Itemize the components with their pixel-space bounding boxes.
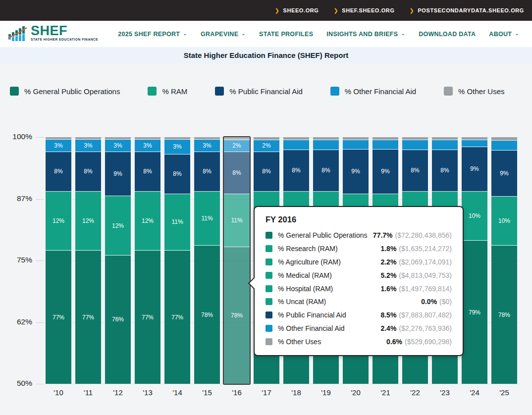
segment-ram: 12% xyxy=(46,192,71,251)
segment-ram: 11% xyxy=(164,194,190,251)
tooltip-row: % Research (RAM)1.8%($1,635,214,272) xyxy=(266,242,452,256)
site-header: SHEF STATE HIGHER EDUCATION FINANCE 2025… xyxy=(0,21,532,47)
segment-pfa: 9% xyxy=(491,151,517,197)
chevron-down-icon: ⌄ xyxy=(241,31,246,36)
bar-fy10[interactable]: 3%8%12%77% xyxy=(46,137,71,384)
segment-ofa: 3% xyxy=(46,140,71,152)
segment-pfa: 8% xyxy=(75,152,101,192)
legend-item--general-public-operations[interactable]: % General Public Operations xyxy=(10,87,120,96)
x-axis-label: '22 xyxy=(402,388,428,397)
segment-gpo: 77% xyxy=(46,251,71,384)
y-axis-tick xyxy=(36,137,44,138)
y-axis-tick xyxy=(36,384,44,384)
legend-swatch xyxy=(444,87,453,96)
page-title: State Higher Education Finance (SHEF) Re… xyxy=(184,51,349,59)
y-axis-label: 87% xyxy=(7,194,32,203)
y-axis-tick xyxy=(36,260,44,261)
bar-fy24[interactable]: 9%10%79% xyxy=(462,137,487,384)
tooltip-row: % Other Financial Aid2.4%($2,276,763,936… xyxy=(266,322,452,335)
bar-fy11[interactable]: 3%8%12%77% xyxy=(75,137,101,384)
legend-swatch xyxy=(148,87,157,96)
segment-ram: 12% xyxy=(105,196,131,256)
x-axis-label: '20 xyxy=(343,388,369,397)
nav-item-about[interactable]: ABOUT⌄ xyxy=(489,31,519,38)
x-axis-label: '11 xyxy=(75,388,101,397)
x-axis-label: '14 xyxy=(164,388,190,397)
segment-pfa: 9% xyxy=(105,152,131,197)
bar-fy12[interactable]: 3%9%12%76% xyxy=(105,137,131,384)
segment-pfa: 9% xyxy=(343,150,369,194)
segment-ram: 11% xyxy=(224,194,250,248)
main-nav: 2025 SHEF REPORT⌄GRAPEVINE⌄STATE PROFILE… xyxy=(118,31,519,38)
segment-gpo: 77% xyxy=(164,251,190,384)
tooltip-swatch xyxy=(266,232,272,239)
tooltip-row: % Medical (RAM)5.2%($4,813,049,753) xyxy=(266,268,452,282)
chart-legend: % General Public Operations% RAM% Public… xyxy=(10,87,504,96)
tooltip-swatch xyxy=(266,272,272,279)
tooltip-swatch xyxy=(266,325,272,332)
segment-pfa: 8% xyxy=(194,152,220,192)
x-axis-label: '19 xyxy=(313,388,339,397)
topbar-link-sheeo-org[interactable]: ❯SHEEO.ORG xyxy=(275,7,319,14)
y-axis-tick xyxy=(36,199,44,200)
nav-item-2025-shef-report[interactable]: 2025 SHEF REPORT⌄ xyxy=(118,31,187,38)
segment-ram: 10% xyxy=(491,197,517,246)
segment-gpo: 76% xyxy=(105,256,131,384)
segment-ram: 12% xyxy=(75,192,101,251)
segment-ram: 10% xyxy=(462,192,487,241)
chevron-right-icon: ❯ xyxy=(275,7,280,14)
legend-item--other-financial-aid[interactable]: % Other Financial Aid xyxy=(330,87,416,96)
legend-item--ram[interactable]: % RAM xyxy=(148,87,187,96)
segment-ofa xyxy=(343,140,369,150)
x-axis-label: '23 xyxy=(432,388,458,397)
bar-fy16[interactable]: 2%8%11%78% xyxy=(223,136,251,385)
chart-region: % General Public Operations% RAM% Public… xyxy=(0,63,532,415)
segment-pfa: 8% xyxy=(224,152,250,194)
segment-ofa xyxy=(372,140,398,150)
bar-fy15[interactable]: 3%8%11%78% xyxy=(194,137,220,384)
title-strip: State Higher Education Finance (SHEF) Re… xyxy=(0,47,532,63)
bar-fy14[interactable]: 3%8%11%77% xyxy=(164,137,190,384)
x-axis-label: '18 xyxy=(283,388,309,397)
topbar-link-shef-sheeo-org[interactable]: ❯SHEF.SHEEO.ORG xyxy=(334,7,395,14)
y-axis-tick xyxy=(36,322,44,323)
segment-ram: 12% xyxy=(135,192,160,251)
chevron-down-icon: ⌄ xyxy=(183,31,187,36)
tooltip-row: % Hospital (RAM)1.6%($1,497,769,814) xyxy=(266,282,452,295)
bar-fy25[interactable]: 9%10%78% xyxy=(491,137,517,384)
legend-item--public-financial-aid[interactable]: % Public Financial Aid xyxy=(215,87,303,96)
segment-other xyxy=(491,137,517,141)
segment-pfa: 8% xyxy=(432,150,458,192)
topbar-link-postsecondarydata-sheeo-org[interactable]: ❯POSTSECONDARYDATA.SHEEO.ORG xyxy=(410,7,524,14)
nav-item-download-data[interactable]: DOWNLOAD DATA xyxy=(419,31,476,38)
segment-gpo: 78% xyxy=(194,246,220,384)
nav-item-state-profiles[interactable]: STATE PROFILES xyxy=(259,31,313,38)
legend-swatch xyxy=(215,87,224,96)
segment-pfa: 8% xyxy=(254,152,279,192)
y-axis-label: 100% xyxy=(7,132,32,141)
gridline xyxy=(46,384,519,384)
segment-pfa: 9% xyxy=(372,150,398,194)
bar-fy13[interactable]: 3%8%12%77% xyxy=(135,137,160,384)
shef-logo[interactable]: SHEF STATE HIGHER EDUCATION FINANCE xyxy=(8,24,98,44)
x-axis-label: '10 xyxy=(46,388,71,397)
segment-ofa: 2% xyxy=(254,140,279,152)
x-axis-label: '15 xyxy=(194,388,220,397)
segment-ofa: 3% xyxy=(105,140,131,152)
segment-gpo: 78% xyxy=(491,246,517,384)
legend-item--other-uses[interactable]: % Other Uses xyxy=(444,87,504,96)
segment-pfa: 8% xyxy=(135,152,160,192)
segment-ofa: 3% xyxy=(194,140,220,152)
nav-item-insights-and-briefs[interactable]: INSIGHTS AND BRIEFS⌄ xyxy=(326,31,405,38)
segment-ram: 11% xyxy=(194,192,220,246)
segment-gpo: 79% xyxy=(462,241,487,384)
chart-tooltip: FY 2016 % General Public Operations77.7%… xyxy=(254,206,464,356)
nav-item-grapevine[interactable]: GRAPEVINE⌄ xyxy=(201,31,246,38)
segment-pfa: 9% xyxy=(462,147,487,192)
segment-pfa: 8% xyxy=(402,150,428,192)
segment-gpo: 77% xyxy=(75,251,101,384)
tooltip-row: % Other Uses0.6%($529,690,298) xyxy=(266,335,452,348)
chevron-right-icon: ❯ xyxy=(410,7,415,14)
chevron-right-icon: ❯ xyxy=(334,7,339,14)
x-axis-label: '25 xyxy=(491,388,517,397)
